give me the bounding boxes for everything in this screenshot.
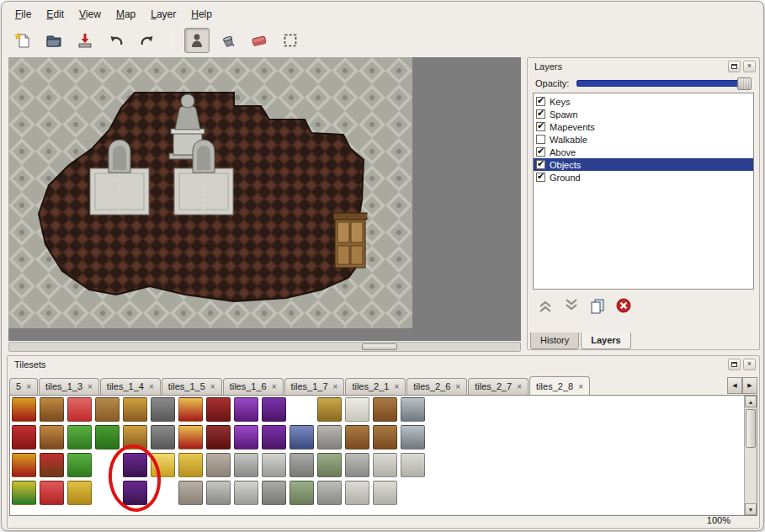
menu-help[interactable]: Help [184, 6, 219, 23]
duplicate-layer-button[interactable] [587, 296, 608, 315]
layer-row[interactable]: Keys [534, 95, 753, 108]
tileset-tile[interactable] [151, 453, 175, 477]
tileset-tile[interactable] [373, 481, 397, 505]
tileset-tile[interactable] [401, 397, 425, 422]
tileset-tile[interactable] [373, 425, 397, 450]
tileset-tile[interactable] [123, 425, 147, 450]
tileset-tab[interactable]: tiles_1_6× [223, 378, 284, 395]
tileset-tile[interactable] [95, 397, 120, 422]
layer-checkbox[interactable] [536, 109, 545, 119]
layer-checkbox[interactable] [536, 135, 545, 144]
close-panel-button[interactable]: × [743, 61, 756, 72]
tileset-tile[interactable] [401, 453, 425, 477]
move-layer-down-button[interactable] [560, 296, 582, 315]
map-horizontal-scrollbar[interactable] [8, 342, 521, 352]
tileset-tile[interactable] [373, 453, 397, 477]
layer-row[interactable]: Walkable [534, 133, 753, 146]
menu-map[interactable]: Map [109, 6, 142, 23]
opacity-slider-handle[interactable] [737, 77, 752, 90]
tileset-tile[interactable] [345, 397, 369, 422]
save-button[interactable] [72, 28, 98, 53]
close-tab-icon[interactable]: × [394, 382, 399, 391]
tileset-tab[interactable]: tiles_2_8× [529, 376, 590, 395]
move-layer-up-button[interactable] [534, 296, 556, 315]
tileset-tile[interactable] [206, 425, 231, 450]
tab-layers[interactable]: Layers [581, 332, 630, 349]
redo-button[interactable] [135, 28, 160, 53]
open-button[interactable] [41, 28, 66, 53]
tileset-tile[interactable] [67, 397, 92, 422]
tileset-vertical-scrollbar[interactable]: ▲ ▼ [744, 396, 757, 515]
menu-edit[interactable]: Edit [40, 6, 71, 23]
tileset-tile[interactable] [178, 397, 203, 422]
tileset-tile[interactable] [290, 481, 314, 505]
tileset-tile[interactable] [317, 397, 342, 422]
layer-checkbox[interactable] [536, 147, 545, 157]
tileset-vscroll-thumb[interactable] [746, 409, 756, 448]
menu-file[interactable]: File [8, 6, 38, 23]
scroll-up-button[interactable]: ▲ [745, 396, 757, 407]
menu-layer[interactable]: Layer [144, 6, 183, 23]
tileset-tile[interactable] [290, 453, 314, 477]
map-view[interactable] [8, 57, 521, 341]
layer-checkbox[interactable] [536, 97, 545, 106]
tileset-tile[interactable] [262, 425, 286, 450]
tileset-tile[interactable] [234, 425, 258, 450]
tileset-tile[interactable] [40, 397, 64, 422]
tileset-tile[interactable] [95, 425, 120, 450]
close-tab-icon[interactable]: × [26, 382, 31, 391]
layer-checkbox[interactable] [536, 160, 545, 169]
tileset-tile[interactable] [67, 425, 92, 450]
new-file-button[interactable] [10, 28, 35, 53]
scroll-tabs-right-button[interactable]: ▶ [742, 377, 757, 394]
tileset-tile[interactable] [345, 481, 369, 505]
tileset-tile[interactable] [317, 481, 342, 505]
delete-layer-button[interactable] [613, 296, 635, 315]
tileset-tile[interactable] [317, 425, 342, 450]
fill-bucket-button[interactable] [215, 28, 241, 53]
tileset-tile[interactable] [206, 453, 231, 477]
tileset-tile[interactable] [178, 453, 203, 477]
tileset-tab[interactable]: tiles_2_1× [345, 378, 406, 395]
close-tab-icon[interactable]: × [210, 382, 215, 391]
map-canvas[interactable] [8, 57, 521, 353]
opacity-slider[interactable] [576, 80, 752, 87]
tileset-tile[interactable] [262, 453, 286, 477]
close-tab-icon[interactable]: × [455, 382, 460, 391]
tileset-tile[interactable] [40, 481, 64, 505]
undo-button[interactable] [104, 28, 129, 53]
close-tab-icon[interactable]: × [517, 382, 522, 391]
tileset-tab[interactable]: tiles_1_3× [39, 378, 99, 395]
close-tab-icon[interactable]: × [272, 382, 277, 391]
tileset-tile[interactable] [178, 425, 203, 450]
tileset-tile[interactable] [290, 425, 314, 450]
scroll-tabs-left-button[interactable]: ◀ [727, 377, 742, 394]
tileset-tile[interactable] [234, 481, 258, 505]
tileset-tab[interactable]: tiles_2_7× [468, 378, 529, 395]
close-tab-icon[interactable]: × [333, 382, 338, 391]
tileset-tile[interactable] [40, 453, 64, 477]
tileset-tab[interactable]: 5× [9, 378, 38, 395]
tileset-tile[interactable] [345, 425, 369, 450]
layer-row[interactable]: Objects [534, 158, 753, 171]
tileset-tile[interactable] [401, 425, 425, 450]
tab-history[interactable]: History [530, 332, 579, 349]
layer-checkbox[interactable] [536, 122, 545, 131]
close-tab-icon[interactable]: × [578, 382, 583, 391]
close-panel-button[interactable]: × [743, 359, 756, 370]
character-tool-button[interactable] [184, 28, 210, 53]
tileset-tab[interactable]: tiles_1_7× [284, 378, 345, 395]
menu-view[interactable]: View [72, 6, 108, 23]
tileset-tile[interactable] [234, 397, 258, 422]
layer-row[interactable]: Spawn [534, 108, 753, 120]
tileset-view[interactable]: ▲ ▼ [9, 395, 757, 516]
map-hscroll-thumb[interactable] [362, 343, 397, 350]
tileset-tile[interactable] [12, 397, 36, 422]
close-tab-icon[interactable]: × [149, 382, 154, 391]
scroll-down-button[interactable]: ▼ [745, 503, 757, 515]
rect-select-button[interactable] [278, 28, 303, 53]
layer-row[interactable]: Above [534, 146, 753, 158]
tileset-tile[interactable] [151, 425, 175, 450]
tileset-tab[interactable]: tiles_1_5× [162, 378, 222, 395]
tileset-tile[interactable] [317, 453, 342, 477]
